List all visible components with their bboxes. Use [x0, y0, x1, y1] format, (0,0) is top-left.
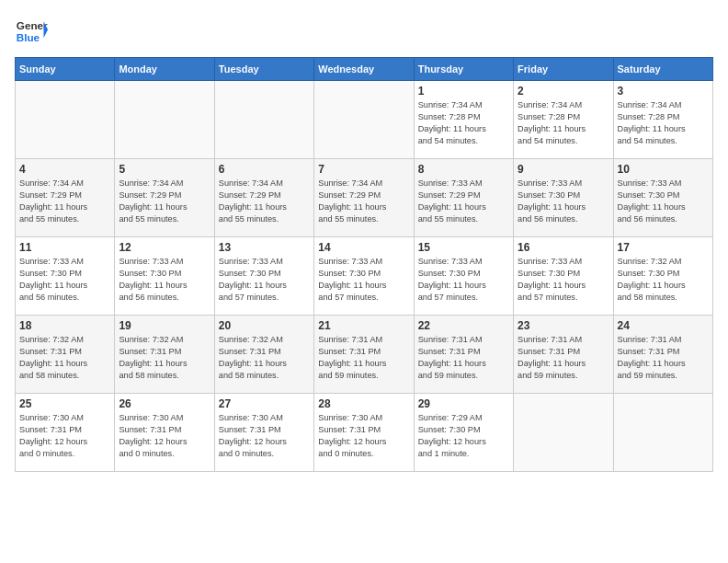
- day-number: 3: [618, 85, 709, 98]
- day-info: Sunrise: 7:32 AM Sunset: 7:31 PM Dayligh…: [119, 334, 210, 382]
- calendar-cell: [214, 81, 313, 159]
- calendar-cell: [16, 81, 115, 159]
- day-number: 14: [318, 241, 409, 254]
- calendar-cell: 24Sunrise: 7:31 AM Sunset: 7:31 PM Dayli…: [613, 316, 712, 394]
- day-info: Sunrise: 7:33 AM Sunset: 7:29 PM Dayligh…: [418, 178, 509, 225]
- day-info: Sunrise: 7:33 AM Sunset: 7:30 PM Dayligh…: [19, 256, 110, 304]
- svg-text:Blue: Blue: [17, 31, 40, 43]
- calendar-cell: 17Sunrise: 7:32 AM Sunset: 7:30 PM Dayli…: [613, 237, 712, 316]
- weekday-header-saturday: Saturday: [613, 58, 712, 81]
- day-info: Sunrise: 7:30 AM Sunset: 7:31 PM Dayligh…: [19, 412, 110, 460]
- day-number: 16: [518, 241, 609, 254]
- calendar-cell: 29Sunrise: 7:29 AM Sunset: 7:30 PM Dayli…: [414, 394, 513, 472]
- day-info: Sunrise: 7:31 AM Sunset: 7:31 PM Dayligh…: [318, 334, 409, 382]
- day-info: Sunrise: 7:30 AM Sunset: 7:31 PM Dayligh…: [219, 412, 310, 460]
- day-number: 20: [219, 319, 310, 332]
- day-number: 1: [418, 85, 509, 98]
- day-info: Sunrise: 7:29 AM Sunset: 7:30 PM Dayligh…: [418, 412, 509, 460]
- day-number: 15: [418, 241, 509, 254]
- weekday-header-thursday: Thursday: [414, 58, 513, 81]
- weekday-header-sunday: Sunday: [16, 58, 115, 81]
- calendar-cell: 21Sunrise: 7:31 AM Sunset: 7:31 PM Dayli…: [314, 316, 414, 394]
- day-number: 8: [418, 163, 509, 176]
- day-number: 13: [219, 241, 310, 254]
- day-number: 2: [518, 85, 609, 98]
- calendar-cell: 14Sunrise: 7:33 AM Sunset: 7:30 PM Dayli…: [314, 237, 414, 316]
- header-area: General Blue: [15, 15, 713, 48]
- logo: General Blue: [15, 15, 51, 48]
- calendar-cell: 12Sunrise: 7:33 AM Sunset: 7:30 PM Dayli…: [115, 237, 214, 316]
- weekday-header-wednesday: Wednesday: [314, 58, 414, 81]
- calendar-cell: 4Sunrise: 7:34 AM Sunset: 7:29 PM Daylig…: [16, 159, 115, 237]
- day-info: Sunrise: 7:33 AM Sunset: 7:30 PM Dayligh…: [518, 178, 609, 225]
- day-info: Sunrise: 7:33 AM Sunset: 7:30 PM Dayligh…: [318, 256, 409, 304]
- calendar-cell: [115, 81, 214, 159]
- calendar-cell: 1Sunrise: 7:34 AM Sunset: 7:28 PM Daylig…: [414, 81, 513, 159]
- day-info: Sunrise: 7:31 AM Sunset: 7:31 PM Dayligh…: [618, 334, 709, 382]
- day-number: 9: [518, 163, 609, 176]
- calendar-cell: 7Sunrise: 7:34 AM Sunset: 7:29 PM Daylig…: [314, 159, 414, 237]
- calendar-cell: [314, 81, 414, 159]
- calendar-cell: 9Sunrise: 7:33 AM Sunset: 7:30 PM Daylig…: [514, 159, 613, 237]
- calendar-cell: [613, 394, 712, 472]
- calendar-cell: 27Sunrise: 7:30 AM Sunset: 7:31 PM Dayli…: [214, 394, 313, 472]
- calendar-cell: 3Sunrise: 7:34 AM Sunset: 7:28 PM Daylig…: [613, 81, 712, 159]
- calendar-cell: 5Sunrise: 7:34 AM Sunset: 7:29 PM Daylig…: [115, 159, 214, 237]
- weekday-header-friday: Friday: [514, 58, 613, 81]
- day-number: 11: [19, 241, 110, 254]
- calendar-cell: 16Sunrise: 7:33 AM Sunset: 7:30 PM Dayli…: [514, 237, 613, 316]
- day-number: 4: [19, 163, 110, 176]
- logo-icon: General Blue: [15, 15, 48, 48]
- day-number: 6: [219, 163, 310, 176]
- day-info: Sunrise: 7:31 AM Sunset: 7:31 PM Dayligh…: [518, 334, 609, 382]
- calendar-cell: 15Sunrise: 7:33 AM Sunset: 7:30 PM Dayli…: [414, 237, 513, 316]
- day-info: Sunrise: 7:33 AM Sunset: 7:30 PM Dayligh…: [518, 256, 609, 304]
- calendar-cell: 19Sunrise: 7:32 AM Sunset: 7:31 PM Dayli…: [115, 316, 214, 394]
- calendar-cell: 18Sunrise: 7:32 AM Sunset: 7:31 PM Dayli…: [16, 316, 115, 394]
- day-number: 29: [418, 397, 509, 410]
- day-info: Sunrise: 7:32 AM Sunset: 7:31 PM Dayligh…: [219, 334, 310, 382]
- svg-text:General: General: [17, 19, 48, 31]
- day-number: 25: [19, 397, 110, 410]
- day-info: Sunrise: 7:33 AM Sunset: 7:30 PM Dayligh…: [219, 256, 310, 304]
- calendar-cell: 23Sunrise: 7:31 AM Sunset: 7:31 PM Dayli…: [514, 316, 613, 394]
- calendar-cell: 26Sunrise: 7:30 AM Sunset: 7:31 PM Dayli…: [115, 394, 214, 472]
- calendar-cell: 22Sunrise: 7:31 AM Sunset: 7:31 PM Dayli…: [414, 316, 513, 394]
- calendar-cell: 2Sunrise: 7:34 AM Sunset: 7:28 PM Daylig…: [514, 81, 613, 159]
- day-info: Sunrise: 7:32 AM Sunset: 7:30 PM Dayligh…: [618, 256, 709, 304]
- day-number: 23: [518, 319, 609, 332]
- day-number: 21: [318, 319, 409, 332]
- day-info: Sunrise: 7:34 AM Sunset: 7:28 PM Dayligh…: [518, 99, 609, 147]
- day-info: Sunrise: 7:34 AM Sunset: 7:29 PM Dayligh…: [119, 178, 210, 225]
- day-number: 22: [418, 319, 509, 332]
- day-number: 26: [119, 397, 210, 410]
- calendar-cell: 10Sunrise: 7:33 AM Sunset: 7:30 PM Dayli…: [613, 159, 712, 237]
- day-number: 28: [318, 397, 409, 410]
- calendar-cell: 13Sunrise: 7:33 AM Sunset: 7:30 PM Dayli…: [214, 237, 313, 316]
- calendar-cell: 25Sunrise: 7:30 AM Sunset: 7:31 PM Dayli…: [16, 394, 115, 472]
- weekday-header-tuesday: Tuesday: [214, 58, 313, 81]
- day-number: 12: [119, 241, 210, 254]
- calendar-cell: 20Sunrise: 7:32 AM Sunset: 7:31 PM Dayli…: [214, 316, 313, 394]
- day-info: Sunrise: 7:30 AM Sunset: 7:31 PM Dayligh…: [119, 412, 210, 460]
- calendar-table: SundayMondayTuesdayWednesdayThursdayFrid…: [15, 57, 713, 472]
- calendar-cell: 11Sunrise: 7:33 AM Sunset: 7:30 PM Dayli…: [16, 237, 115, 316]
- day-info: Sunrise: 7:32 AM Sunset: 7:31 PM Dayligh…: [19, 334, 110, 382]
- weekday-header-monday: Monday: [115, 58, 214, 81]
- day-number: 10: [618, 163, 709, 176]
- calendar-cell: 28Sunrise: 7:30 AM Sunset: 7:31 PM Dayli…: [314, 394, 414, 472]
- day-info: Sunrise: 7:33 AM Sunset: 7:30 PM Dayligh…: [119, 256, 210, 304]
- day-info: Sunrise: 7:34 AM Sunset: 7:28 PM Dayligh…: [618, 99, 709, 147]
- day-number: 19: [119, 319, 210, 332]
- calendar-cell: 6Sunrise: 7:34 AM Sunset: 7:29 PM Daylig…: [214, 159, 313, 237]
- calendar-cell: [514, 394, 613, 472]
- day-number: 5: [119, 163, 210, 176]
- day-info: Sunrise: 7:30 AM Sunset: 7:31 PM Dayligh…: [318, 412, 409, 460]
- day-info: Sunrise: 7:34 AM Sunset: 7:29 PM Dayligh…: [19, 178, 110, 225]
- calendar-cell: 8Sunrise: 7:33 AM Sunset: 7:29 PM Daylig…: [414, 159, 513, 237]
- day-info: Sunrise: 7:31 AM Sunset: 7:31 PM Dayligh…: [418, 334, 509, 382]
- day-info: Sunrise: 7:34 AM Sunset: 7:28 PM Dayligh…: [418, 99, 509, 147]
- day-info: Sunrise: 7:33 AM Sunset: 7:30 PM Dayligh…: [418, 256, 509, 304]
- day-number: 27: [219, 397, 310, 410]
- day-number: 24: [618, 319, 709, 332]
